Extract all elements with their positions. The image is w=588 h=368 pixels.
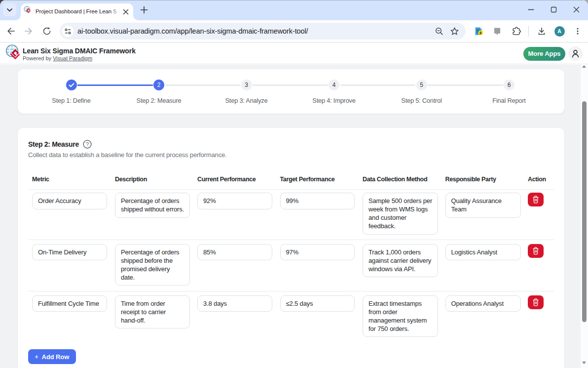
svg-text:?: ? — [86, 141, 89, 147]
